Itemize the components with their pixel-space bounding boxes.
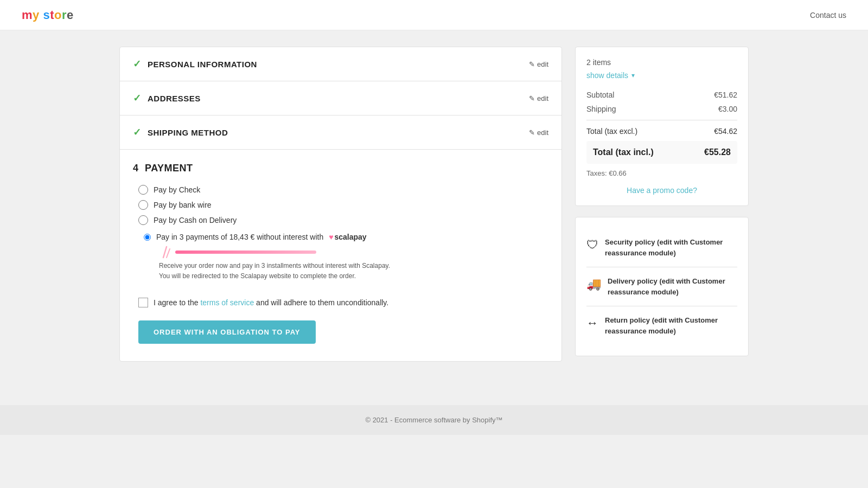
chevron-down-icon: ▾ xyxy=(631,72,635,79)
shipping-label: Shipping xyxy=(586,105,616,113)
scalapay-heart-icon: ♥ xyxy=(329,233,333,241)
reassurance-delivery: 🚚 Delivery policy (edit with Customer re… xyxy=(586,267,737,306)
reassurance-return-text: Return policy (edit with Customer reassu… xyxy=(605,315,737,336)
terms-checkbox[interactable] xyxy=(138,298,148,307)
payment-option-bank-wire-label: Pay by bank wire xyxy=(154,201,212,209)
reassurance-security: 🛡 Security policy (edit with Customer re… xyxy=(586,228,737,267)
payment-radio-check[interactable] xyxy=(138,185,148,195)
show-details-toggle[interactable]: show details ▾ xyxy=(586,71,737,80)
items-count: 2 items xyxy=(586,58,737,67)
payment-step-number: 4 xyxy=(133,163,138,174)
addresses-check-icon: ✓ xyxy=(133,92,141,104)
scalapay-description: Receive your order now and pay in 3 inst… xyxy=(159,261,441,281)
edit-pencil-icon: ✎ xyxy=(529,94,535,102)
reassurance-security-text: Security policy (edit with Customer reas… xyxy=(605,237,737,258)
terms-of-service-link[interactable]: terms of service xyxy=(200,298,254,307)
return-icon: ↔ xyxy=(586,316,598,330)
truck-icon: 🚚 xyxy=(586,277,601,291)
personal-information-title: PERSONAL INFORMATION xyxy=(148,60,257,69)
order-summary: 2 items show details ▾ Subtotal €51.62 S… xyxy=(575,47,749,367)
logo: my store xyxy=(22,8,74,22)
summary-divider xyxy=(586,120,737,120)
edit-pencil-icon: ✎ xyxy=(529,129,535,137)
payment-option-check-label: Pay by Check xyxy=(154,185,200,194)
shipping-method-check-icon: ✓ xyxy=(133,126,141,138)
payment-option-scalapay: Pay in 3 payments of 18,43 € without int… xyxy=(144,233,548,281)
payment-option-check[interactable]: Pay by Check xyxy=(138,185,548,195)
subtotal-row: Subtotal €51.62 xyxy=(586,91,737,99)
personal-information-step: ✓ PERSONAL INFORMATION ✎ edit xyxy=(120,47,561,81)
payment-radio-cash[interactable] xyxy=(138,215,148,225)
total-incl-value: €55.28 xyxy=(704,147,731,157)
taxes-row: Taxes: €0.66 xyxy=(586,169,737,177)
addresses-edit-link[interactable]: ✎ edit xyxy=(529,94,548,102)
shipping-method-edit-link[interactable]: ✎ edit xyxy=(529,129,548,137)
header: my store Contact us xyxy=(0,0,868,30)
contact-link[interactable]: Contact us xyxy=(810,11,846,20)
subtotal-value: €51.62 xyxy=(714,91,737,99)
total-excl-label: Total (tax excl.) xyxy=(586,127,637,136)
payment-option-bank-wire[interactable]: Pay by bank wire xyxy=(138,200,548,210)
total-incl-label: Total (tax incl.) xyxy=(593,147,654,157)
scalapay-loader-icon xyxy=(159,245,172,260)
shipping-method-title: SHIPPING METHOD xyxy=(148,128,228,137)
total-excl-row: Total (tax excl.) €54.62 xyxy=(586,127,737,136)
footer: © 2021 - Ecommerce software by Shopify™ xyxy=(0,405,868,435)
promo-code-link[interactable]: Have a promo code? xyxy=(586,186,737,195)
subtotal-label: Subtotal xyxy=(586,91,614,99)
scalapay-name: scalapay xyxy=(334,233,366,241)
svg-line-1 xyxy=(167,249,170,258)
shipping-row: Shipping €3.00 xyxy=(586,105,737,113)
reassurance-delivery-text: Delivery policy (edit with Customer reas… xyxy=(608,276,737,297)
addresses-step: ✓ ADDRESSES ✎ edit xyxy=(120,81,561,115)
total-incl-row: Total (tax incl.) €55.28 xyxy=(586,141,737,164)
payment-options: Pay by Check Pay by bank wire Pay by Cas… xyxy=(138,185,548,281)
payment-header: 4 PAYMENT xyxy=(133,163,548,174)
reassurance-box: 🛡 Security policy (edit with Customer re… xyxy=(575,217,749,356)
personal-information-check-icon: ✓ xyxy=(133,58,141,70)
summary-box: 2 items show details ▾ Subtotal €51.62 S… xyxy=(575,47,749,206)
terms-row: I agree to the terms of service and will… xyxy=(138,298,548,307)
payment-option-cash-label: Pay by Cash on Delivery xyxy=(154,216,237,224)
payment-radio-scalapay[interactable] xyxy=(144,234,151,241)
payment-option-cash[interactable]: Pay by Cash on Delivery xyxy=(138,215,548,225)
scalapay-progress-bar xyxy=(175,251,316,254)
order-button[interactable]: ORDER WITH AN OBLIGATION TO PAY xyxy=(138,320,316,344)
shipping-value: €3.00 xyxy=(718,105,737,113)
payment-title: PAYMENT xyxy=(145,163,193,174)
shield-icon: 🛡 xyxy=(586,238,598,252)
footer-text: © 2021 - Ecommerce software by Shopify™ xyxy=(365,416,502,424)
total-excl-value: €54.62 xyxy=(714,127,737,136)
reassurance-return: ↔ Return policy (edit with Customer reas… xyxy=(586,306,737,345)
payment-radio-bank-wire[interactable] xyxy=(138,200,148,210)
checkout-panel: ✓ PERSONAL INFORMATION ✎ edit ✓ ADDRESSE… xyxy=(119,47,562,362)
svg-line-0 xyxy=(163,247,167,258)
personal-information-edit-link[interactable]: ✎ edit xyxy=(529,60,548,68)
shipping-method-step: ✓ SHIPPING METHOD ✎ edit xyxy=(120,115,561,150)
main-content: ✓ PERSONAL INFORMATION ✎ edit ✓ ADDRESSE… xyxy=(54,30,814,383)
scalapay-intro-label: Pay in 3 payments of 18,43 € without int… xyxy=(156,233,323,241)
terms-text: I agree to the terms of service and will… xyxy=(154,298,388,307)
scalapay-brand: ♥ scalapay xyxy=(329,233,366,241)
payment-section: 4 PAYMENT Pay by Check Pay by bank wire xyxy=(120,150,561,361)
addresses-title: ADDRESSES xyxy=(148,94,201,103)
edit-pencil-icon: ✎ xyxy=(529,60,535,68)
